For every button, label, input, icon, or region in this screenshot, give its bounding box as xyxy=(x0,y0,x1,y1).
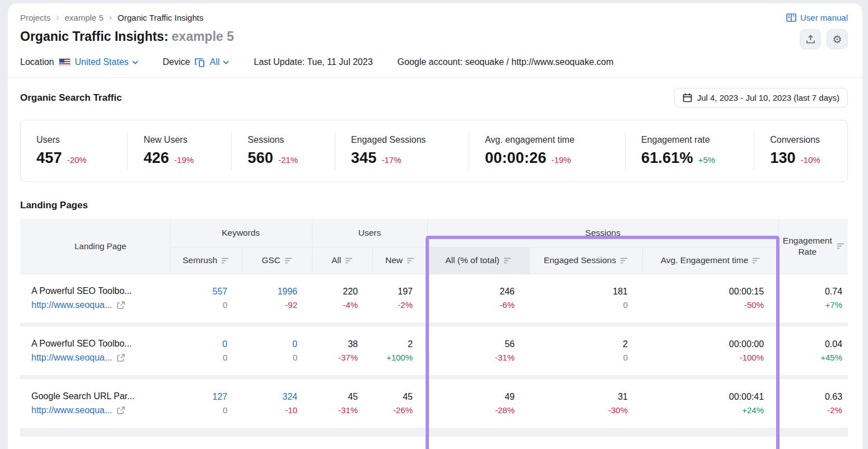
engagement-rate-cell: 0.63-2% xyxy=(778,379,848,428)
metric-label: Users xyxy=(36,135,122,145)
col-header-semrush[interactable]: Semrush xyxy=(170,247,242,274)
gear-icon: ⚙ xyxy=(832,34,842,45)
gsc-value[interactable]: 324 xyxy=(242,392,297,402)
value: 246 xyxy=(427,287,515,297)
chevron-down-icon xyxy=(132,60,138,64)
landing-page-title: A Powerful SEO Toolbo... xyxy=(31,286,170,296)
row-spacer xyxy=(20,322,848,326)
landing-page-url-link[interactable]: http://www.seoqua... xyxy=(31,405,112,415)
value: 2 xyxy=(529,339,628,349)
value: 00:00:15 xyxy=(642,287,764,297)
main-panel: Projects › example 5 › Organic Traffic I… xyxy=(8,3,862,449)
section-title: Organic Search Traffic xyxy=(20,92,122,104)
col-header-users-new[interactable]: New xyxy=(372,247,427,274)
sort-icon xyxy=(504,258,511,264)
sort-icon xyxy=(620,258,628,264)
date-range-button[interactable]: Jul 4, 2023 - Jul 10, 2023 (last 7 days) xyxy=(674,88,848,107)
metric-label: Engaged Sessions xyxy=(351,135,463,145)
delta: 0 xyxy=(529,300,628,310)
users-all-cell: 38-37% xyxy=(312,326,372,375)
avg-time-cell: 00:00:15-50% xyxy=(642,274,778,322)
users-all-cell: 220-4% xyxy=(312,274,372,322)
semrush-cell: 1270 xyxy=(170,379,242,428)
filter-row: Location United States Device All Last U… xyxy=(20,57,848,67)
col-header-label: GSC xyxy=(262,255,281,265)
col-header-label: All xyxy=(332,255,341,265)
engagement-rate-cell: 0.74+7% xyxy=(778,274,848,322)
delta: -4% xyxy=(312,300,358,310)
metric-users: Users 457-20% xyxy=(21,132,127,170)
external-link-icon[interactable] xyxy=(117,301,125,309)
google-account: Google account: seoquake / http://www.se… xyxy=(398,57,614,67)
users-all-cell: 45-31% xyxy=(312,379,372,428)
title-row: Organic Traffic Insights:example 5 ⚙ xyxy=(20,29,848,49)
chevron-right-icon: › xyxy=(56,12,59,22)
delta: 0 xyxy=(242,353,297,362)
landing-pages-table: Landing Page Keywords Users Sessions Eng… xyxy=(20,219,848,437)
delta: 0 xyxy=(170,405,227,415)
metric-change: -17% xyxy=(382,155,402,165)
external-link-icon[interactable] xyxy=(117,354,125,362)
gsc-value[interactable]: 1996 xyxy=(242,287,297,297)
calendar-icon xyxy=(683,93,692,102)
settings-button[interactable]: ⚙ xyxy=(827,29,848,49)
last-update: Last Update: Tue, 11 Jul 2023 xyxy=(254,57,372,67)
delta: -31% xyxy=(427,353,515,362)
value: 45 xyxy=(372,392,413,402)
landing-page-url-link[interactable]: http://www.seoqua... xyxy=(31,353,112,363)
sort-icon xyxy=(222,258,229,264)
users-new-cell: 2+100% xyxy=(372,326,427,375)
value: 0.63 xyxy=(778,392,842,402)
metric-value: 61.61% xyxy=(641,149,693,167)
col-header-label: Semrush xyxy=(183,255,217,265)
semrush-value[interactable]: 0 xyxy=(170,339,227,349)
semrush-value[interactable]: 127 xyxy=(170,392,227,402)
gsc-value[interactable]: 0 xyxy=(242,339,297,349)
external-link-icon[interactable] xyxy=(117,406,125,414)
export-icon xyxy=(806,35,815,44)
date-range-label: Jul 4, 2023 - Jul 10, 2023 (last 7 days) xyxy=(697,93,839,102)
metric-label: Engagement rate xyxy=(641,135,748,145)
location-filter[interactable]: Location United States xyxy=(20,57,138,67)
metric-new-users: New Users 426-19% xyxy=(127,132,231,170)
metric-change: -20% xyxy=(67,155,87,165)
col-header-engagement-rate[interactable]: Engagement Rate xyxy=(778,219,848,274)
value: 00:00:00 xyxy=(642,339,764,349)
page-title: Organic Traffic Insights:example 5 xyxy=(20,29,234,44)
devices-icon xyxy=(194,58,205,67)
col-header-users-all[interactable]: All xyxy=(312,247,372,274)
col-header-label: Engagement Rate xyxy=(782,235,833,257)
col-header-gsc[interactable]: GSC xyxy=(242,247,312,274)
row-spacer xyxy=(20,428,848,437)
delta: +100% xyxy=(372,353,413,362)
group-header-sessions: Sessions xyxy=(427,219,778,247)
delta: +7% xyxy=(778,300,842,310)
col-header-engaged-sessions[interactable]: Engaged Sessions xyxy=(529,247,642,274)
location-value: United States xyxy=(75,57,129,67)
export-button[interactable] xyxy=(800,29,821,49)
metric-change: -21% xyxy=(278,155,298,165)
delta: -92 xyxy=(242,300,297,310)
delta: -31% xyxy=(312,405,358,415)
gsc-cell: 00 xyxy=(242,326,312,375)
value: 38 xyxy=(312,339,358,349)
engagement-rate-cell: 0.04+45% xyxy=(778,326,848,375)
device-filter[interactable]: Device All xyxy=(163,57,230,67)
gsc-cell: 324-10 xyxy=(242,379,312,428)
metric-avg-engagement-time: Avg. engagement time 00:00:26-19% xyxy=(469,132,625,170)
sort-icon xyxy=(837,243,844,249)
landing-page-url-link[interactable]: http://www.seoqua... xyxy=(31,300,112,310)
table-row: A Powerful SEO Toolbo... http://www.seoq… xyxy=(20,274,848,322)
metric-label: New Users xyxy=(143,135,226,145)
sort-icon xyxy=(285,258,292,264)
breadcrumb-projects[interactable]: Projects xyxy=(20,13,50,22)
delta: -6% xyxy=(427,300,515,310)
col-header-avg-engagement-time[interactable]: Avg. Engagement time xyxy=(642,247,778,274)
delta: -100% xyxy=(642,353,764,362)
value: 0.74 xyxy=(778,287,842,297)
user-manual-link[interactable]: User manual xyxy=(786,13,848,22)
sort-icon xyxy=(753,258,760,264)
breadcrumb-project[interactable]: example 5 xyxy=(65,13,104,22)
col-header-sessions-all[interactable]: All (% of total) xyxy=(427,247,529,274)
semrush-value[interactable]: 557 xyxy=(170,287,227,297)
